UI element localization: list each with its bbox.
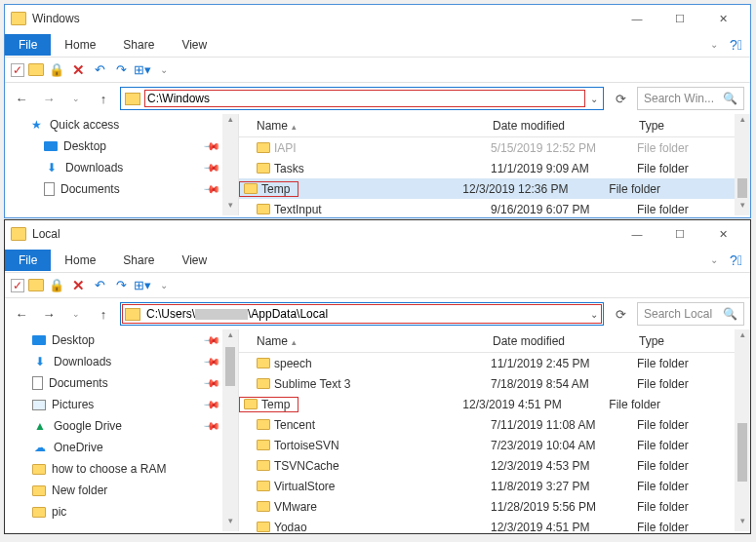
up-button[interactable]: ↑ [93, 88, 114, 109]
forward-button[interactable]: → [38, 303, 60, 325]
folder-icon[interactable] [28, 63, 44, 76]
address-dropdown-icon[interactable]: ⌄ [585, 309, 603, 320]
tab-view[interactable]: View [168, 34, 220, 56]
minimize-button[interactable]: — [616, 220, 658, 248]
recent-dropdown-icon[interactable]: ⌄ [65, 303, 87, 325]
maximize-button[interactable]: ☐ [658, 5, 701, 32]
column-name[interactable]: Name▴ [239, 334, 493, 348]
toolbar-dropdown-icon[interactable]: ⌄ [155, 277, 173, 294]
up-button[interactable]: ↑ [93, 303, 114, 325]
close-button[interactable]: ✕ [701, 220, 744, 248]
table-row[interactable]: Temp12/3/2019 4:51 PMFile folder [239, 394, 750, 414]
titlebar[interactable]: Windows — ☐ ✕ [5, 5, 750, 32]
column-name[interactable]: Name▴ [239, 119, 493, 133]
sidebar-item-downloads[interactable]: ⬇Downloads📌 [5, 351, 238, 372]
table-row[interactable]: IAPI5/15/2019 12:52 PMFile folder [239, 137, 750, 158]
address-bar[interactable]: C:\Users\\AppData\Local ⌄ [120, 302, 604, 326]
help-icon[interactable]: ?⃝ [722, 252, 750, 268]
sidebar-item-desktop[interactable]: Desktop📌 [5, 329, 238, 351]
file-date: 11/8/2019 3:27 PM [491, 480, 637, 493]
back-button[interactable]: ← [11, 303, 32, 325]
table-row[interactable]: VirtualStore11/8/2019 3:27 PMFile folder [239, 476, 750, 496]
file-tab[interactable]: File [5, 34, 51, 56]
tab-home[interactable]: Home [51, 34, 109, 56]
minimize-button[interactable]: — [616, 5, 658, 32]
column-headers[interactable]: Name▴ Date modified Type [239, 329, 750, 353]
sidebar-scrollbar[interactable]: ▴▾ [222, 114, 238, 215]
table-row[interactable]: Tasks11/1/2019 9:09 AMFile folder [239, 158, 750, 178]
table-row[interactable]: Tencent7/11/2019 11:08 AMFile folder [239, 414, 750, 435]
sidebar-item-pic[interactable]: pic [5, 501, 238, 523]
file-type: File folder [637, 439, 750, 452]
address-bar[interactable]: C:\Windows ⌄ [120, 87, 604, 110]
back-button[interactable]: ← [11, 88, 32, 109]
file-tab[interactable]: File [5, 250, 51, 271]
undo-icon[interactable]: ↶ [91, 61, 108, 79]
maximize-button[interactable]: ☐ [658, 220, 701, 248]
checkbox-checked-icon[interactable] [11, 63, 24, 77]
sidebar-item-onedrive[interactable]: ☁OneDrive [5, 437, 238, 458]
pin-icon: 📌 [202, 179, 220, 198]
sidebar-scrollbar[interactable]: ▴▾ [222, 329, 238, 531]
address-text[interactable]: C:\Users\\AppData\Local [144, 305, 585, 323]
column-date[interactable]: Date modified [493, 119, 639, 133]
delete-icon[interactable]: ✕ [69, 61, 87, 79]
sidebar-item-quick-access[interactable]: ★Quick access [5, 114, 238, 136]
ribbon-collapse-icon[interactable]: ⌄ [706, 254, 722, 265]
tab-home[interactable]: Home [51, 250, 109, 271]
table-row[interactable]: TextInput9/16/2019 6:07 PMFile folder [239, 199, 750, 219]
sidebar-item-downloads[interactable]: ⬇Downloads📌 [5, 157, 238, 178]
properties-icon[interactable]: ⊞▾ [134, 277, 151, 294]
table-row[interactable]: Yodao12/3/2019 4:51 PMFile folder [239, 517, 750, 537]
table-row[interactable]: Sublime Text 37/18/2019 8:54 AMFile fold… [239, 373, 750, 394]
column-type[interactable]: Type [639, 334, 750, 348]
properties-icon[interactable]: ⊞▾ [134, 61, 151, 79]
help-icon[interactable]: ?⃝ [722, 37, 750, 53]
refresh-button[interactable]: ⟳ [610, 92, 631, 106]
redo-icon[interactable]: ↷ [112, 61, 130, 79]
close-button[interactable]: ✕ [701, 5, 744, 32]
checkbox-checked-icon[interactable] [11, 279, 24, 292]
delete-icon[interactable]: ✕ [69, 277, 87, 294]
search-input[interactable]: Search Local 🔍 [637, 302, 744, 326]
column-type[interactable]: Type [639, 119, 750, 133]
file-date: 12/3/2019 4:51 PM [462, 398, 609, 411]
redacted-username [195, 309, 248, 320]
undo-icon[interactable]: ↶ [91, 277, 108, 294]
address-dropdown-icon[interactable]: ⌄ [585, 94, 603, 104]
column-headers[interactable]: Name▴ Date modified Type [239, 114, 750, 137]
address-text[interactable]: C:\Windows [144, 90, 585, 107]
column-date[interactable]: Date modified [493, 334, 639, 348]
content-scrollbar[interactable]: ▴▾ [735, 114, 750, 215]
sidebar-item-documents[interactable]: Documents📌 [5, 178, 238, 200]
table-row[interactable]: speech11/1/2019 2:45 PMFile folder [239, 353, 750, 373]
ribbon-collapse-icon[interactable]: ⌄ [706, 39, 722, 50]
tab-share[interactable]: Share [109, 34, 168, 56]
folder-icon[interactable] [28, 279, 44, 291]
redo-icon[interactable]: ↷ [112, 277, 130, 294]
tab-view[interactable]: View [168, 250, 220, 271]
sidebar-item-pictures[interactable]: Pictures📌 [5, 394, 238, 415]
table-row[interactable]: TortoiseSVN7/23/2019 10:04 AMFile folder [239, 435, 750, 455]
table-row[interactable]: TSVNCache12/3/2019 4:53 PMFile folder [239, 455, 750, 476]
file-name: Tencent [274, 418, 491, 432]
sidebar-item-new-folder[interactable]: New folder [5, 480, 238, 501]
sidebar: Desktop📌⬇Downloads📌Documents📌Pictures📌▲G… [5, 329, 239, 531]
content-scrollbar[interactable]: ▴▾ [735, 329, 750, 531]
sidebar-item-google-drive[interactable]: ▲Google Drive📌 [5, 415, 238, 437]
search-input[interactable]: Search Win... 🔍 [637, 87, 744, 110]
sidebar-item-desktop[interactable]: Desktop📌 [5, 136, 238, 157]
lock-icon[interactable]: 🔒 [48, 277, 65, 294]
table-row[interactable]: Temp12/3/2019 12:36 PMFile folder [239, 178, 750, 199]
lock-icon[interactable]: 🔒 [48, 61, 65, 79]
tab-share[interactable]: Share [109, 250, 168, 271]
titlebar[interactable]: Local — ☐ ✕ [5, 220, 750, 248]
explorer-window-1: Windows — ☐ ✕ File Home Share View ⌄ ?⃝ … [4, 4, 751, 218]
forward-button[interactable]: → [38, 88, 60, 109]
table-row[interactable]: VMware11/28/2019 5:56 PMFile folder [239, 496, 750, 517]
recent-dropdown-icon[interactable]: ⌄ [65, 88, 87, 109]
sidebar-item-documents[interactable]: Documents📌 [5, 372, 238, 394]
sidebar-item-how-to-choose-a-ram[interactable]: how to choose a RAM [5, 458, 238, 480]
refresh-button[interactable]: ⟳ [610, 307, 631, 322]
toolbar-dropdown-icon[interactable]: ⌄ [155, 61, 173, 79]
